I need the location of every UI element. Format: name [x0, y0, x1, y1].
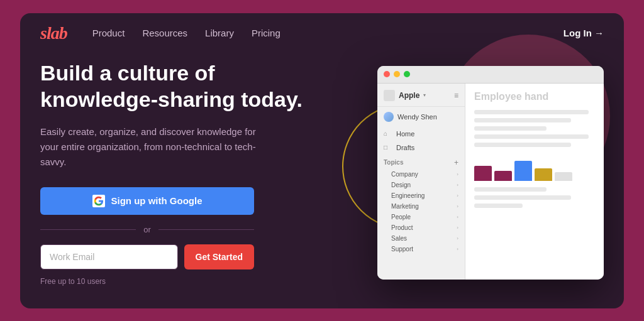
outer-wrapper: slab Product Resources Library Pricing L… [0, 0, 644, 321]
placeholder-line-1 [474, 110, 589, 114]
placeholder-line-7 [474, 195, 571, 200]
workspace-icon [384, 90, 395, 101]
left-divider-line [40, 229, 136, 230]
drafts-label: Drafts [396, 144, 414, 151]
home-icon: ⌂ [384, 130, 392, 137]
topic-design[interactable]: Design › [377, 180, 465, 190]
topic-sales[interactable]: Sales › [377, 233, 465, 244]
placeholder-line-6 [474, 187, 547, 192]
placeholder-line-4 [474, 134, 589, 139]
nav-item-product[interactable]: Product [92, 28, 125, 38]
topics-label: Topics [384, 159, 403, 166]
hero-title: Build a culture of knowledge-sharing tod… [40, 60, 330, 113]
topic-people[interactable]: People › [377, 212, 465, 222]
hero-subtitle: Easily create, organize, and discover kn… [40, 124, 267, 170]
topic-engineering-label: Engineering [391, 192, 425, 199]
login-button[interactable]: Log In → [564, 28, 604, 38]
topic-product-label: Product [391, 224, 413, 231]
app-sidebar: Apple ▾ ≡ Wendy Shen ⌂ H [377, 84, 465, 280]
topic-marketing-chevron: › [457, 204, 458, 209]
window-dot-close [384, 71, 390, 77]
topic-engineering-chevron: › [457, 193, 458, 199]
chart-bar-3 [535, 168, 552, 181]
chart-bar-4 [555, 172, 572, 181]
google-signup-button[interactable]: Sign up with Google [40, 187, 254, 215]
window-dot-maximize [404, 71, 410, 77]
sidebar-user: Wendy Shen [377, 107, 465, 127]
sidebar-item-drafts[interactable]: □ Drafts [377, 141, 465, 155]
home-label: Home [396, 130, 414, 138]
email-row: Get Started [40, 244, 254, 269]
main-card: slab Product Resources Library Pricing L… [20, 13, 624, 308]
placeholder-line-3 [474, 126, 547, 131]
placeholder-line-2 [474, 118, 571, 122]
sidebar-item-home[interactable]: ⌂ Home [377, 127, 465, 141]
placeholder-line-8 [474, 204, 523, 208]
nav-item-pricing[interactable]: Pricing [252, 28, 280, 38]
topic-sales-chevron: › [457, 236, 458, 241]
chart-area [474, 156, 595, 181]
doc-title: Employee hand [474, 91, 595, 102]
workspace-chevron-icon: ▾ [423, 92, 426, 98]
user-avatar [384, 112, 394, 122]
topic-product-chevron: › [457, 225, 458, 231]
right-side: Apple ▾ ≡ Wendy Shen ⌂ H [355, 53, 604, 293]
or-divider: or [40, 225, 254, 234]
content-area: Build a culture of knowledge-sharing tod… [20, 53, 624, 308]
sidebar-workspace: Apple ▾ [384, 90, 426, 101]
chart-bar-2 [514, 161, 532, 181]
topic-support[interactable]: Support › [377, 244, 465, 254]
app-preview-window: Apple ▾ ≡ Wendy Shen ⌂ H [377, 66, 604, 280]
topic-marketing-label: Marketing [391, 203, 419, 210]
placeholder-line-5 [474, 143, 571, 147]
topic-support-label: Support [391, 246, 413, 253]
topic-sales-label: Sales [391, 235, 407, 242]
topic-people-label: People [391, 214, 411, 220]
topic-design-chevron: › [457, 182, 458, 188]
app-main-content: Employee hand [465, 84, 604, 280]
topics-add-icon[interactable]: + [454, 158, 458, 167]
topic-engineering[interactable]: Engineering › [377, 190, 465, 201]
topic-support-chevron: › [457, 246, 458, 252]
chart-bar-1 [494, 171, 512, 181]
sidebar-header: Apple ▾ ≡ [377, 84, 465, 107]
nav-item-resources[interactable]: Resources [142, 28, 187, 38]
topic-marketing[interactable]: Marketing › [377, 201, 465, 212]
topic-product[interactable]: Product › [377, 222, 465, 233]
window-body: Apple ▾ ≡ Wendy Shen ⌂ H [377, 84, 604, 280]
email-input[interactable] [40, 244, 178, 269]
topic-people-chevron: › [457, 214, 458, 220]
free-users-text: Free up to 10 users [40, 277, 330, 286]
topic-company-chevron: › [457, 171, 458, 177]
drafts-icon: □ [384, 144, 392, 151]
nav-links: Product Resources Library Pricing [92, 28, 280, 38]
sidebar-menu-icon: ≡ [454, 91, 458, 100]
window-titlebar [377, 66, 604, 84]
or-text: or [143, 225, 151, 234]
workspace-name: Apple [399, 91, 419, 100]
user-name: Wendy Shen [397, 113, 437, 121]
left-side: Build a culture of knowledge-sharing tod… [40, 53, 330, 293]
topic-design-label: Design [391, 182, 411, 188]
get-started-button[interactable]: Get Started [184, 244, 254, 269]
chart-bar-0 [474, 166, 492, 181]
logo: slab [40, 23, 67, 43]
window-dot-minimize [394, 71, 400, 77]
topic-company-label: Company [391, 171, 418, 178]
google-icon [92, 195, 105, 207]
google-btn-label: Sign up with Google [111, 195, 203, 206]
nav-item-library[interactable]: Library [205, 28, 234, 38]
topics-section-header: Topics + [377, 155, 465, 169]
topic-company[interactable]: Company › [377, 169, 465, 180]
right-divider-line [158, 229, 254, 230]
